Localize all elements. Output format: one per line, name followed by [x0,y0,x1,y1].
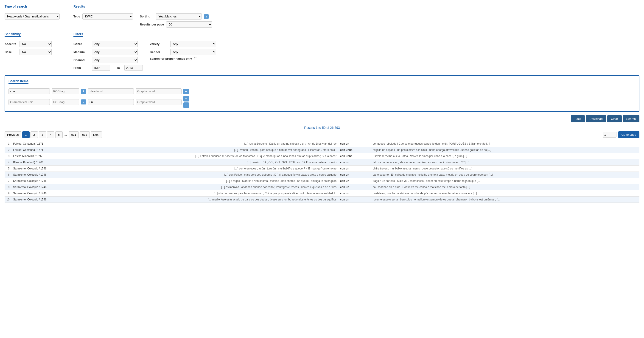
table-row: 5 Sarmiento: Coloquio / 1746 [...] como … [4,166,640,172]
table-row: 3 Festas Minervais / 1697 [...] Estrelas… [4,153,640,159]
row-number: 3 [4,153,11,159]
left-context: [...] nós non semos para facer o mesmo ;… [52,190,338,197]
add-row-button-2[interactable]: + [184,102,189,108]
search-items-box: Search items ? + ? [4,75,640,112]
right-context: trago e un cortezo ; Máis val , choracri… [371,178,640,184]
match: con un [338,184,371,190]
previous-button[interactable]: Previous [4,131,21,138]
variety-select[interactable]: Any [170,41,216,47]
left-context: [...] Estrelas pubrican O nacente de os … [52,153,338,159]
back-button[interactable]: Back [571,115,585,122]
left-context: [...] as monxas , andaban abondo por cer… [52,184,338,190]
right-context: roxente espeto sería , ben cuido , o mel… [371,197,640,203]
right-context: Estrela O recibe a súa Patria , Volver l… [371,153,640,159]
row-number: 4 [4,159,11,166]
table-row: 6 Sarmiento: Coloquio / 1746 [...] don F… [4,172,640,178]
page-5-button[interactable]: 5 [55,131,63,138]
page-531-button[interactable]: 531 [68,131,79,138]
case-select[interactable]: No [20,49,52,55]
pos-tag-help-2[interactable]: ? [81,99,86,105]
results-per-page-select[interactable]: 50 [166,21,212,28]
left-context: [...] don Felipo , mais de o seu goberno… [52,172,338,178]
source: Sarmiento: Coloquio / 1746 [11,197,52,203]
search-item-row-2: ? − + [8,96,636,108]
pos-tag-help-1[interactable]: ? [81,89,86,94]
results-type-label: Type [74,15,80,18]
match: con unha [338,147,371,153]
channel-label: Channel [74,58,90,62]
table-row: 2 Feixoo: Contenda / 1671 [...] ; veñan … [4,147,640,153]
sorting-label: Sorting [140,15,154,18]
variety-label: Variety [150,42,168,46]
from-input[interactable] [92,65,110,71]
to-input[interactable] [124,65,143,71]
match: con un [338,197,371,203]
to-label: To [116,66,122,70]
right-context: portugués rebelado ! Cae se o portugués … [371,141,640,147]
graphic-word-input-1[interactable] [136,88,182,94]
source: Sarmiento: Coloquio / 1746 [11,190,52,197]
row-number: 2 [4,147,11,153]
go-to-page-button[interactable]: Go to page [618,131,640,138]
page-1-button[interactable]: 1 [22,131,30,138]
pos-tag-input-2[interactable] [52,99,79,105]
gender-select[interactable]: Any [170,49,216,55]
table-row: 1 Feixoo: Contenda / 1671 [...] racha Bo… [4,141,640,147]
accents-select[interactable]: No [20,41,52,47]
go-to-page-input[interactable] [603,132,616,138]
source: Feixoo: Contenda / 1671 [11,147,52,153]
row-number: 10 [4,197,11,203]
download-button[interactable]: Download [586,115,606,122]
page-4-button[interactable]: 4 [47,131,54,138]
page-532-button[interactable]: 532 [80,131,90,138]
source: Sarmiento: Coloquio / 1746 [11,178,52,184]
headword-input-1[interactable] [88,88,134,94]
search-item-row-1: ? + [8,88,636,94]
match: con un [338,166,371,172]
match: con un [338,190,371,197]
source: Sarmiento: Coloquio / 1746 [11,172,52,178]
medium-select[interactable]: Any [92,49,138,55]
row-number: 7 [4,178,11,184]
results-info: Results 1 to 50 of 26,593 [4,126,640,130]
source: Blanco: Poesía (I) / 1700 [11,159,52,166]
table-row: 4 Blanco: Poesía (I) / 1700 [...] xaneir… [4,159,640,166]
right-context: pau rodaban en o eido . Por fin xa me ca… [371,184,640,190]
proper-names-checkbox[interactable] [194,57,197,60]
match: con un [338,159,371,166]
pos-tag-input-1[interactable] [52,88,79,94]
match: con un [338,141,371,147]
left-context: [...] racha Borgorio ! Dá lle un pau na … [52,141,338,147]
type-of-search-select[interactable]: Headwords / Grammatical units [4,13,60,20]
grammatical-unit-input[interactable] [8,99,50,105]
right-context: fato de nenas novas ; elas todas en cami… [371,159,640,166]
sensitivity-title: Sensitivity [4,32,21,37]
add-row-button[interactable]: + [184,89,189,94]
match: con un [338,178,371,184]
pagination-ellipsis: ... [64,133,68,136]
remove-row-button[interactable]: − [184,96,189,102]
channel-select[interactable]: Any [92,57,138,63]
table-row: 7 Sarmiento: Coloquio / 1746 [...] a reg… [4,178,640,184]
headword-input-2[interactable] [88,99,134,105]
search-items-title: Search items [8,79,28,84]
source: Sarmiento: Coloquio / 1746 [11,166,52,172]
gender-label: Gender [150,50,168,54]
genre-select[interactable]: Any [92,41,138,47]
word-input-1[interactable] [8,88,50,94]
page-3-button[interactable]: 3 [39,131,46,138]
sorting-help-button[interactable]: ? [204,14,208,19]
case-label: Case [4,50,17,54]
source: Feixoo: Contenda / 1671 [11,141,52,147]
page-2-button[interactable]: 2 [30,131,38,138]
source: Festas Minervais / 1697 [11,153,52,159]
graphic-word-input-2[interactable] [136,99,182,105]
next-button[interactable]: Next [91,131,102,138]
row-number: 6 [4,172,11,178]
row-number: 8 [4,184,11,190]
clear-button[interactable]: Clear [607,115,622,122]
results-type-select[interactable]: KWIC [82,13,133,20]
sorting-select[interactable]: Year/Matches [156,13,202,20]
right-context: chifre traveso mui baixo asubía , nen s … [371,166,640,172]
search-button[interactable]: Search [623,115,640,122]
